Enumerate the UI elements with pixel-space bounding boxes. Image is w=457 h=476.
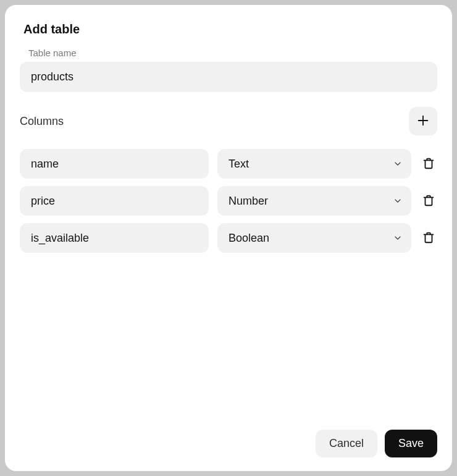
column-name-input[interactable] (20, 186, 209, 216)
plus-icon (416, 114, 430, 129)
add-column-button[interactable] (409, 107, 437, 135)
column-type-value: Text (228, 158, 249, 171)
modal-title: Add table (23, 22, 437, 36)
column-row: Boolean (20, 223, 437, 253)
delete-column-button[interactable] (420, 149, 437, 179)
table-name-input[interactable] (20, 62, 437, 92)
column-row: Text (20, 149, 437, 179)
column-type-value: Number (228, 195, 268, 208)
delete-column-button[interactable] (420, 186, 437, 216)
column-type-select[interactable]: Number (217, 186, 411, 216)
spacer (20, 253, 437, 422)
chevron-down-icon (393, 233, 403, 243)
save-button[interactable]: Save (385, 430, 437, 457)
column-name-input[interactable] (20, 223, 209, 253)
chevron-down-icon (393, 159, 403, 169)
add-table-modal: Add table Table name Columns Text (5, 5, 452, 471)
trash-icon (422, 156, 435, 172)
columns-label: Columns (20, 115, 64, 128)
column-name-input[interactable] (20, 149, 209, 179)
chevron-down-icon (393, 196, 403, 206)
trash-icon (422, 193, 435, 209)
column-type-value: Boolean (228, 232, 269, 245)
cancel-button[interactable]: Cancel (316, 430, 377, 457)
trash-icon (422, 231, 435, 246)
delete-column-button[interactable] (420, 223, 437, 253)
column-type-select[interactable]: Text (217, 149, 411, 179)
columns-list: Text Number (20, 149, 437, 253)
table-name-label: Table name (28, 48, 437, 58)
column-row: Number (20, 186, 437, 216)
column-type-select[interactable]: Boolean (217, 223, 411, 253)
columns-header: Columns (20, 107, 437, 135)
modal-footer: Cancel Save (20, 430, 437, 457)
